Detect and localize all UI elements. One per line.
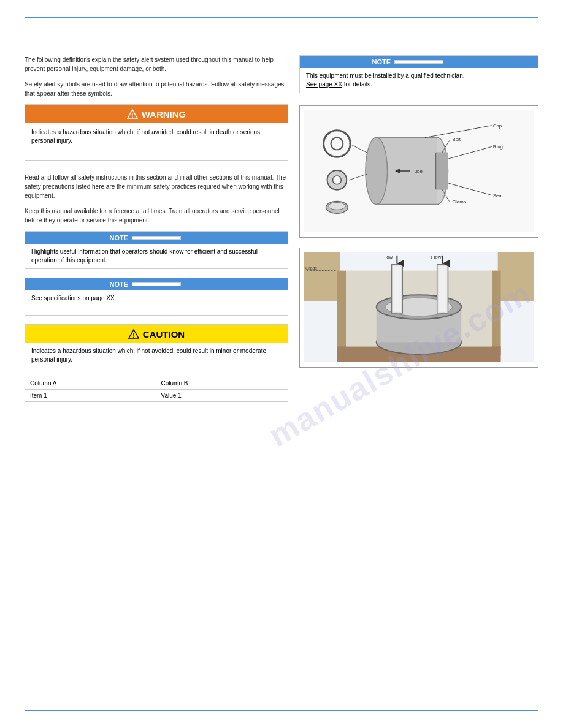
table-cell-a1: Column A <box>25 377 156 390</box>
table-cell-b1: Column B <box>156 377 288 390</box>
warning-body: Indicates a hazardous situation which, i… <box>25 123 288 160</box>
note-box-1: NOTE Highlights useful information that … <box>25 231 288 269</box>
note-text-1: Highlights useful information that opera… <box>31 248 258 264</box>
svg-text:Flow: Flow <box>383 254 393 260</box>
note-top-right-text2: for details. <box>344 81 372 88</box>
intro-para-1: The following definitions explain the sa… <box>25 55 288 74</box>
body-para-4: Keep this manual available for reference… <box>25 207 288 225</box>
svg-text:Tube: Tube <box>412 169 423 174</box>
table-row-header: Column A Column B <box>25 377 288 390</box>
data-table: Column A Column B Item 1 Value 1 <box>25 377 288 402</box>
caution-box: ! CAUTION Indicates a hazardous situatio… <box>25 324 288 368</box>
note-center-top-right <box>394 60 443 64</box>
svg-rect-45 <box>439 266 447 312</box>
caution-text: Indicates a hazardous situation which, i… <box>31 347 266 363</box>
note-body-top-right: This equipment must be installed by a qu… <box>300 68 538 93</box>
top-divider <box>25 17 538 18</box>
svg-point-20 <box>332 176 341 184</box>
warning-text: Indicates a hazardous situation which, i… <box>31 129 260 144</box>
note-left-label-1: NOTE <box>29 234 132 241</box>
caution-triangle-icon: ! <box>128 328 139 339</box>
svg-text:!: ! <box>131 112 133 119</box>
svg-rect-35 <box>492 271 501 356</box>
intro-para-2: Safety alert symbols are used to draw at… <box>25 80 288 98</box>
right-column: NOTE This equipment must be installed by… <box>299 55 538 377</box>
svg-text:Clamp: Clamp <box>452 199 466 205</box>
svg-rect-32 <box>304 252 340 301</box>
body-para-3: Read and follow all safety instructions … <box>25 173 288 200</box>
note-box-top-right: NOTE This equipment must be installed by… <box>299 55 538 93</box>
bottom-divider <box>25 710 538 711</box>
svg-text:Cap: Cap <box>493 123 502 129</box>
table-cell-b2: Value 1 <box>156 390 288 402</box>
svg-rect-43 <box>393 266 401 312</box>
warning-header: ! WARNING <box>25 105 288 123</box>
diagram-box-1: Bolt Clamp Tube <box>299 105 538 238</box>
note-header-2: NOTE <box>25 278 288 290</box>
note-center-label-1 <box>132 236 181 240</box>
svg-rect-10 <box>436 153 448 189</box>
note-header-top-right: NOTE <box>300 56 538 68</box>
svg-text:!: ! <box>132 332 134 339</box>
caution-label: CAUTION <box>143 329 185 339</box>
note-header-1: NOTE <box>25 232 288 244</box>
installation-diagram: Flow Flow Grade <box>304 252 534 362</box>
left-column: The following definitions explain the sa… <box>25 55 288 402</box>
table-row-1: Item 1 Value 1 <box>25 390 288 402</box>
svg-rect-34 <box>337 271 346 356</box>
svg-text:Ring: Ring <box>493 144 503 150</box>
note-body-2: See specifications on page XX <box>25 290 288 315</box>
svg-text:Grade: Grade <box>305 266 317 270</box>
note-top-right-underline: See page XX <box>306 81 342 88</box>
note-center-label-2 <box>132 282 181 286</box>
note-see-text: See <box>31 295 42 301</box>
caution-body: Indicates a hazardous situation which, i… <box>25 343 288 368</box>
warning-box: ! WARNING Indicates a hazardous situatio… <box>25 104 288 161</box>
note-left-label-2: NOTE <box>29 281 132 288</box>
svg-rect-33 <box>498 252 534 301</box>
note-top-right-text1: This equipment must be installed by a qu… <box>306 72 464 79</box>
note-body-1: Highlights useful information that opera… <box>25 244 288 268</box>
coupling-diagram: Bolt Clamp Tube <box>304 110 534 232</box>
note-box-2: NOTE See specifications on page XX <box>25 278 288 316</box>
svg-point-7 <box>366 138 388 205</box>
svg-text:Flow: Flow <box>431 254 442 260</box>
note-left-label-top-right: NOTE <box>304 58 394 66</box>
svg-text:Bolt: Bolt <box>452 137 461 142</box>
warning-label: WARNING <box>142 109 186 119</box>
table-cell-a2: Item 1 <box>25 390 156 402</box>
warning-triangle-icon: ! <box>127 108 138 119</box>
svg-text:Seal: Seal <box>493 193 503 199</box>
diagram-box-2: Flow Flow Grade <box>299 248 538 368</box>
note-see-underline: specifications on page XX <box>44 295 115 301</box>
svg-point-22 <box>329 202 346 210</box>
caution-header: ! CAUTION <box>25 325 288 343</box>
